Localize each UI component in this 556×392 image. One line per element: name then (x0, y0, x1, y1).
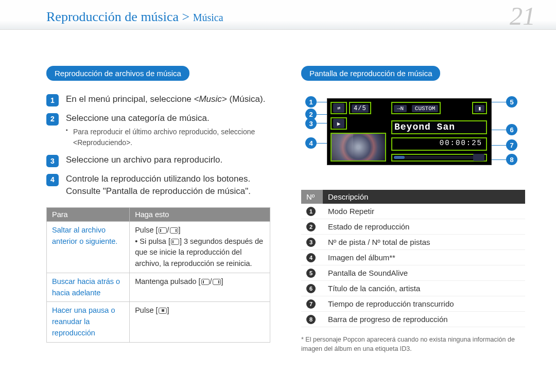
row-num: 1 (306, 207, 316, 216)
section-title-right: Pantalla de reproducción de música (301, 66, 440, 81)
right-column: Pantalla de reproducción de música 1 2 3… (301, 66, 525, 353)
row-num: 3 (306, 238, 316, 247)
cell-para: Hacer una pausa o reanudar la reproducci… (47, 302, 130, 342)
callout-5: 5 (506, 96, 517, 108)
play-state-box: ▶ (331, 117, 347, 130)
breadcrumb-sub: Música (193, 12, 223, 23)
device-screen: ⇄ 4/5 ▶ →N CUSTOM ▮ (327, 98, 492, 165)
prev-key-icon (171, 239, 179, 245)
table-row: 6Título de la canción, artista (301, 281, 525, 296)
row-num: 5 (306, 269, 316, 278)
next-key-icon (213, 279, 221, 285)
cell-para: Buscar hacia atrás o hacia adelante (47, 273, 130, 302)
col-desc: Descripción (323, 190, 525, 204)
screen-right-pane: →N CUSTOM ▮ Beyond San 00:00:25 (389, 99, 491, 165)
soundalive-row: →N CUSTOM ▮ (391, 102, 487, 114)
soundalive-label: CUSTOM (412, 105, 439, 112)
col-haga: Haga esto (130, 207, 270, 221)
step-badge: 4 (46, 174, 59, 186)
controls-table: Para Haga esto Saltar al archivo anterio… (46, 207, 270, 343)
breadcrumb-main: Reproducción de música (46, 9, 179, 24)
table-row: Saltar al archivo anterior o siguiente. … (47, 221, 270, 273)
progress-row (391, 154, 487, 162)
description-table: Nº Descripción 1Modo Repetir 2Estado de … (301, 190, 525, 327)
page-content: Reproducción de archivos de música 1 En … (0, 30, 556, 353)
leader-line (492, 159, 506, 160)
table-row: 5Pantalla de SoundAlive (301, 265, 525, 281)
step-1: 1 En el menú principal, seleccione <Musi… (46, 93, 270, 106)
step-text: Seleccione un archivo para reproducirlo. (66, 155, 222, 165)
leader-line (492, 130, 506, 130)
row-desc: Tiempo de reproducción transcurrido (323, 296, 525, 312)
cell-haga: Pulse [/] • Si pulsa [] 3 segundos despu… (130, 221, 270, 273)
elapsed-time-box: 00:00:25 (391, 137, 487, 151)
step-badge: 2 (46, 113, 59, 126)
elapsed-time: 00:00:25 (394, 139, 484, 149)
step-badge: 3 (46, 155, 59, 167)
step-text: Seleccione una categoría de música. (66, 113, 210, 123)
battery-box: ▮ (472, 102, 487, 114)
step-badge: 1 (46, 94, 59, 106)
step-2: 2 Seleccione una categoría de música. Pa… (46, 112, 270, 148)
table-row: Buscar hacia atrás o hacia adelante Mant… (47, 273, 270, 302)
row-num: 2 (306, 222, 316, 231)
page-header: Reproducción de música > Música 21 (0, 0, 556, 30)
row-desc: Imagen del álbum** (323, 250, 525, 265)
prev-key-icon (159, 227, 167, 234)
cell-haga: Pulse [] (130, 302, 270, 342)
footnote: * El personaje Popcon aparecerá cuando n… (301, 335, 525, 353)
row-num: 7 (306, 299, 316, 309)
page-number: 21 (510, 1, 535, 31)
callout-1: 1 (305, 96, 317, 108)
cell-haga: Mantenga pulsado [/] (130, 273, 270, 302)
section-title-left: Reproducción de archivos de música (46, 66, 189, 81)
col-num: Nº (301, 190, 323, 204)
progress-bar (394, 156, 484, 159)
table-header-row: Nº Descripción (301, 190, 525, 204)
step-text: Controle la reproducción utilizando los … (66, 174, 251, 197)
step-list: 1 En el menú principal, seleccione <Musi… (46, 93, 270, 198)
left-column: Reproducción de archivos de música 1 En … (46, 66, 270, 353)
track-counter: 4/5 (352, 104, 369, 113)
callout-4: 4 (305, 137, 317, 149)
repeat-mode-box: ⇄ (331, 102, 347, 114)
table-row: 2Estado de reproducción (301, 219, 525, 235)
step-3: 3 Seleccione un archivo para reproducirl… (46, 154, 270, 167)
step-4: 4 Controle la reproducción utilizando lo… (46, 173, 270, 198)
row-desc: Barra de progreso de reproducción (323, 312, 525, 327)
prev-key-icon (201, 279, 210, 285)
leader-line (492, 145, 506, 146)
row-desc: Estado de reproducción (323, 219, 525, 235)
soundalive-box: →N CUSTOM (391, 102, 441, 114)
callout-7: 7 (506, 139, 517, 151)
battery-icon: ▮ (475, 105, 484, 112)
playback-screen-diagram: 1 2 3 4 5 6 7 8 ⇄ (301, 93, 517, 175)
row-desc: Pantalla de SoundAlive (323, 265, 525, 281)
song-title: Beyond San (391, 120, 487, 134)
repeat-icon: ⇄ (333, 103, 344, 113)
table-row: 4Imagen del álbum** (301, 250, 525, 265)
row-num: 6 (306, 284, 316, 293)
screen-top-left: ⇄ 4/5 (331, 102, 386, 114)
row-desc: Título de la canción, artista (323, 281, 525, 296)
table-row: Hacer una pausa o reanudar la reproducci… (47, 302, 270, 342)
row-desc: Modo Repetir (323, 204, 525, 219)
table-header-row: Para Haga esto (47, 207, 270, 221)
table-row: 1Modo Repetir (301, 204, 525, 219)
row-num: 4 (306, 253, 316, 262)
cell-para: Saltar al archivo anterior o siguiente. (47, 221, 130, 273)
track-counter-box: 4/5 (349, 102, 371, 114)
screen-left-pane: ⇄ 4/5 ▶ (327, 99, 389, 165)
manual-page: Reproducción de música > Música 21 Repro… (0, 0, 556, 392)
step-text: En el menú principal, seleccione <Music>… (66, 94, 265, 104)
table-row: 8Barra de progreso de reproducción (301, 312, 525, 327)
step-sub-bullet: Para reproducir el último archivo reprod… (66, 127, 270, 148)
callout-6: 6 (506, 124, 517, 135)
play-icon: ▶ (333, 119, 344, 128)
play-key-icon (159, 308, 167, 314)
row-num: 8 (306, 315, 316, 324)
callout-8: 8 (506, 154, 517, 165)
breadcrumb-sep: > (179, 9, 193, 24)
play-state-row: ▶ (331, 117, 386, 130)
col-para: Para (47, 207, 130, 221)
